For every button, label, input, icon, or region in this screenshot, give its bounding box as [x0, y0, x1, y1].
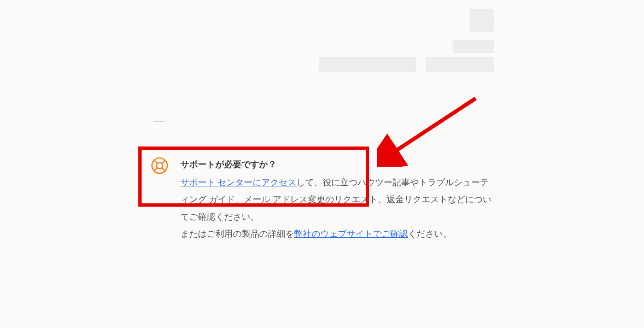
svg-line-5 — [162, 168, 165, 171]
help-content: サポートが必要ですか？ サポート センターにアクセスして、役に立つハウツー記事や… — [180, 156, 497, 242]
svg-point-1 — [157, 163, 163, 169]
help-text-2-prefix: またはご利用の製品の詳細を — [180, 229, 294, 238]
redacted-block-1 — [470, 9, 494, 32]
svg-line-2 — [154, 160, 157, 163]
redacted-block-4 — [319, 57, 416, 72]
section-divider — [154, 121, 165, 122]
website-link[interactable]: 弊社のウェブサイトでご確認 — [294, 229, 408, 238]
support-center-link[interactable]: サポート センターにアクセス — [180, 178, 296, 187]
help-paragraph-1: サポート センターにアクセスして、役に立つハウツー記事やトラブルシューティング … — [180, 174, 497, 225]
svg-line-7 — [388, 98, 476, 156]
help-text-2-suffix: ください。 — [408, 229, 452, 238]
annotation-arrow-icon — [377, 90, 481, 167]
redacted-block-3 — [426, 57, 494, 72]
svg-line-3 — [162, 160, 165, 163]
help-section: サポートが必要ですか？ サポート センターにアクセスして、役に立つハウツー記事や… — [151, 156, 497, 242]
help-title: サポートが必要ですか？ — [180, 156, 497, 173]
redacted-block-2 — [453, 40, 494, 53]
help-paragraph-2: またはご利用の製品の詳細を弊社のウェブサイトでご確認ください。 — [180, 225, 497, 242]
svg-line-4 — [154, 168, 157, 171]
lifebuoy-icon — [151, 157, 168, 174]
